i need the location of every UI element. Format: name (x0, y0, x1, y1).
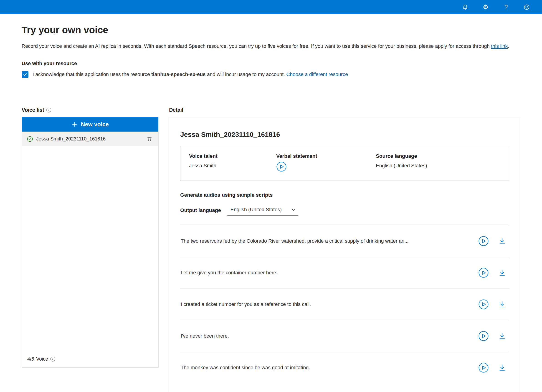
download-icon (498, 300, 506, 308)
resource-acknowledgment-row: I acknowledge that this application uses… (22, 71, 520, 78)
sample-script-text: I've never been there. (181, 333, 238, 339)
voice-count-unit: Voice (36, 356, 48, 362)
new-voice-button-label: New voice (81, 121, 108, 128)
output-language-dropdown[interactable]: English (United States) (227, 205, 298, 216)
help-icon[interactable]: ? (502, 3, 510, 11)
sample-play-button[interactable] (478, 331, 489, 341)
play-icon (478, 362, 489, 373)
sample-actions (478, 236, 509, 246)
sample-script-text: The two reservoirs fed by the Colorado R… (181, 238, 417, 244)
play-icon (478, 299, 489, 310)
sample-actions (478, 362, 509, 373)
feedback-smiley-icon[interactable] (523, 3, 530, 11)
source-language-label: Source language (376, 153, 500, 159)
bell-icon[interactable] (461, 3, 469, 11)
this-link[interactable]: this link (491, 43, 508, 49)
sample-download-button[interactable] (498, 269, 506, 277)
ack-text-after: and will incur usage to my account. (206, 71, 287, 77)
voice-list-item-selected[interactable]: Jessa Smith_20231110_161816 (22, 131, 158, 146)
sample-play-button[interactable] (478, 362, 489, 373)
voice-count: 4/5 (27, 356, 34, 362)
new-voice-button[interactable]: New voice (22, 117, 158, 131)
sample-play-button[interactable] (478, 267, 489, 278)
voice-talent-block: Voice talent Jessa Smith (189, 153, 276, 173)
main-content: Try your own voice Record your voice and… (0, 25, 542, 392)
sample-scripts-list: The two reservoirs fed by the Colorado R… (180, 225, 509, 383)
voice-count-info-icon[interactable]: i (50, 357, 55, 361)
output-language-label: Output language (180, 207, 221, 213)
output-language-row: Output language English (United States) (180, 205, 509, 216)
choose-different-resource-link[interactable]: Choose a different resource (286, 71, 348, 77)
voice-list-label: Voice list i (22, 107, 159, 113)
use-with-resource-heading: Use with your resource (22, 60, 520, 66)
resource-name: tianhua-speech-s0-eus (151, 71, 206, 77)
ack-text-before: I acknowledge that this application uses… (33, 71, 151, 77)
sample-script-row: The two reservoirs fed by the Colorado R… (180, 225, 509, 257)
acknowledgment-text: I acknowledge that this application uses… (33, 71, 348, 77)
sample-download-button[interactable] (498, 237, 506, 245)
download-icon (498, 269, 506, 277)
sample-script-row: The monkey was confident since he was go… (180, 352, 509, 383)
page-description: Record your voice and create an AI repli… (22, 42, 520, 50)
source-language-block: Source language English (United States) (376, 153, 500, 173)
sample-script-row: Let me give you the container number her… (180, 257, 509, 289)
settings-gear-icon[interactable]: ⚙ (482, 3, 489, 11)
sample-script-text: The monkey was confident since he was go… (181, 365, 319, 370)
sample-download-button[interactable] (498, 300, 506, 308)
description-period: . (508, 43, 509, 49)
detail-voice-title: Jessa Smith_20231110_161816 (180, 131, 509, 138)
voice-item-name: Jessa Smith_20231110_161816 (36, 136, 106, 142)
play-icon (478, 267, 489, 278)
chevron-down-icon (291, 208, 296, 212)
verbal-statement-label: Verbal statement (276, 153, 376, 159)
sample-script-text: I created a ticket number for you as a r… (181, 301, 320, 307)
voice-info-box: Voice talent Jessa Smith Verbal statemen… (180, 146, 509, 181)
play-icon (478, 331, 489, 341)
trash-icon (146, 136, 152, 142)
download-icon (498, 332, 506, 340)
play-icon (478, 236, 489, 246)
voice-list-info-icon[interactable]: i (46, 108, 51, 112)
voice-list-column: Voice list i New voice (22, 107, 159, 368)
success-check-icon (27, 136, 33, 142)
sample-download-button[interactable] (498, 364, 506, 371)
download-icon (498, 364, 506, 371)
delete-voice-button[interactable] (146, 135, 153, 143)
acknowledge-checkbox[interactable] (22, 71, 28, 78)
generate-audios-heading: Generate audios using sample scripts (180, 192, 509, 198)
voice-list-panel: New voice Jessa Smith_20231110_161816 (22, 117, 159, 368)
sample-script-row: I've never been there. (180, 320, 509, 352)
detail-column: Detail Jessa Smith_20231110_161816 Voice… (169, 107, 520, 392)
sample-script-text: Let me give you the container number her… (181, 270, 287, 276)
voice-count-footer: 4/5 Voice i (22, 351, 158, 367)
detail-panel: Jessa Smith_20231110_161816 Voice talent… (169, 117, 520, 392)
sample-actions (478, 299, 509, 310)
sample-download-button[interactable] (498, 332, 506, 340)
verbal-statement-block: Verbal statement (276, 153, 376, 173)
sample-actions (478, 331, 509, 341)
columns: Voice list i New voice (22, 107, 520, 392)
sample-play-button[interactable] (478, 236, 489, 246)
verbal-statement-play-button[interactable] (276, 161, 287, 172)
voice-talent-value: Jessa Smith (189, 163, 276, 169)
sample-actions (478, 267, 509, 278)
source-language-value: English (United States) (376, 163, 500, 169)
sample-play-button[interactable] (478, 299, 489, 310)
play-icon (276, 161, 287, 172)
page-title: Try your own voice (22, 25, 520, 36)
detail-label: Detail (169, 107, 520, 113)
top-bar: ⚙ ? (0, 0, 542, 14)
sample-script-row: I created a ticket number for you as a r… (180, 289, 509, 320)
output-language-value: English (United States) (231, 207, 282, 213)
download-icon (498, 237, 506, 245)
voice-talent-label: Voice talent (189, 153, 276, 159)
plus-icon (71, 121, 78, 127)
voice-list-label-text: Voice list (22, 107, 44, 113)
description-text: Record your voice and create an AI repli… (22, 43, 491, 49)
